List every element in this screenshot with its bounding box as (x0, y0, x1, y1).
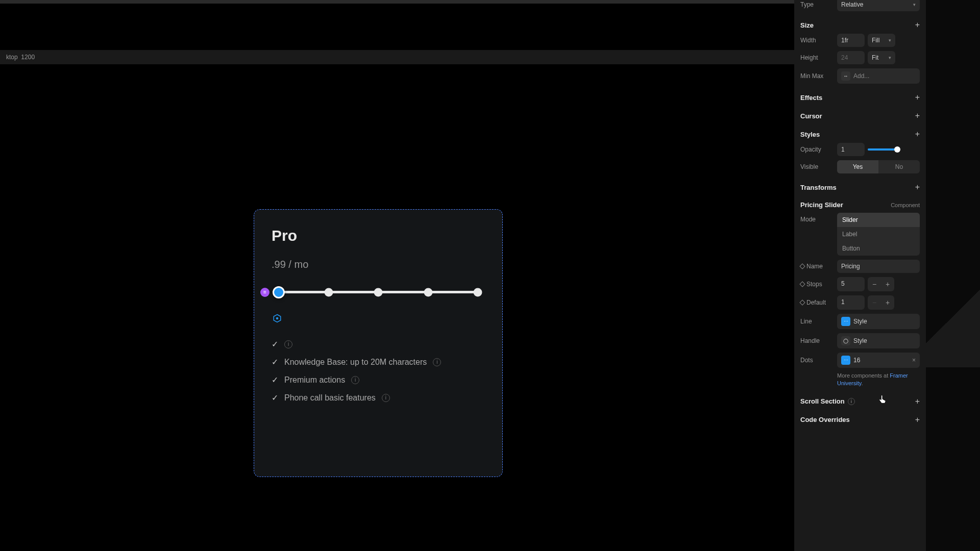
opacity-input[interactable]: 1 (837, 143, 865, 156)
variable-icon (799, 299, 805, 305)
color-swatch-icon: ⋯ (841, 356, 850, 365)
info-icon[interactable]: i (848, 398, 855, 405)
opacity-slider[interactable] (868, 148, 898, 151)
pricing-card[interactable]: Pro .99 / mo ≡ ✓ i ✓ Knowledge Bas (254, 209, 503, 477)
chevron-down-icon: ▾ (889, 38, 891, 43)
width-mode-select[interactable]: Fill▾ (868, 34, 895, 47)
minmax-icon: ↔ (841, 71, 850, 81)
component-badge-icon: ≡ (260, 288, 270, 297)
pricing-slider-section-title: Pricing Slider (800, 201, 843, 209)
feature-text: Phone call basic features (284, 393, 376, 403)
breakpoint-size: 1200 (21, 54, 35, 61)
height-label: Height (800, 54, 833, 61)
check-icon: ✓ (272, 357, 278, 367)
check-icon: ✓ (272, 393, 278, 403)
width-label: Width (800, 37, 833, 44)
breakpoint-device: ktop (6, 54, 18, 61)
feature-row: ✓ Phone call basic features i (272, 393, 485, 403)
stops-decrement-button[interactable]: − (868, 277, 881, 291)
visible-no-button[interactable]: No (878, 160, 920, 173)
cursor-section-title: Cursor (800, 112, 822, 120)
line-label: Line (800, 318, 833, 325)
variable-icon (799, 263, 805, 269)
stops-increment-button[interactable]: + (881, 277, 894, 291)
add-effects-button[interactable]: + (915, 93, 920, 102)
chevron-down-icon: ▾ (889, 55, 891, 60)
add-cursor-button[interactable]: + (915, 111, 920, 120)
default-increment-button[interactable]: + (881, 295, 894, 310)
visible-yes-button[interactable]: Yes (837, 160, 878, 173)
mode-select[interactable]: Slider Label Button (837, 213, 920, 256)
feature-text: Knowledge Base: up to 20M characters (284, 358, 427, 367)
pricing-slider[interactable]: ≡ (272, 291, 485, 293)
stops-stepper[interactable]: − + (868, 277, 894, 291)
feature-row: ✓ Knowledge Base: up to 20M characters i (272, 357, 485, 367)
default-input[interactable]: 1 (837, 295, 865, 310)
pricing-card-title: Pro (272, 227, 485, 244)
stops-label: Stops (800, 281, 833, 288)
slider-stop (324, 288, 333, 296)
add-scroll-section-button[interactable]: + (915, 397, 920, 406)
size-section-title: Size (800, 21, 814, 29)
effects-section-title: Effects (800, 94, 822, 102)
default-decrement-button[interactable]: − (868, 295, 881, 310)
mode-option-slider[interactable]: Slider (837, 213, 920, 227)
chevron-down-icon: ▾ (913, 2, 916, 7)
add-transforms-button[interactable]: + (915, 183, 920, 192)
position-type-select[interactable]: Relative ▾ (837, 0, 920, 11)
opacity-label: Opacity (800, 146, 833, 153)
name-input[interactable]: Pricing (837, 260, 920, 273)
dots-input[interactable]: ⋯16 × (837, 353, 920, 368)
name-label: Name (800, 263, 833, 270)
clear-dots-button[interactable]: × (912, 357, 916, 364)
visible-label: Visible (800, 163, 833, 170)
handle-swatch-icon: ◯ (841, 336, 850, 345)
info-icon[interactable]: i (433, 358, 441, 366)
svg-point-1 (276, 317, 279, 320)
settings-hex-icon[interactable] (273, 314, 282, 323)
info-icon[interactable]: i (351, 376, 359, 384)
handle-label: Handle (800, 337, 833, 344)
pricing-card-price: .99 / mo (272, 259, 485, 270)
dots-label: Dots (800, 357, 833, 364)
position-type-label: Type (800, 1, 833, 8)
slider-stop (474, 288, 482, 296)
feature-row: ✓ Premium actions i (272, 375, 485, 385)
feature-text: Premium actions (284, 375, 345, 385)
height-mode-select[interactable]: Fit▾ (868, 51, 895, 64)
mode-option-label[interactable]: Label (837, 227, 920, 241)
minmax-button[interactable]: ↔Add... (837, 68, 920, 84)
default-stepper[interactable]: − + (868, 295, 894, 310)
default-label: Default (800, 299, 833, 306)
height-input[interactable]: 24 (837, 51, 865, 64)
transforms-section-title: Transforms (800, 184, 837, 191)
code-overrides-title: Code Overrides (800, 416, 850, 423)
add-code-overrides-button[interactable]: + (915, 415, 920, 424)
slider-track (279, 291, 478, 293)
right-gutter (926, 0, 980, 551)
add-styles-button[interactable]: + (915, 130, 920, 139)
slider-stop (424, 288, 432, 296)
visible-toggle[interactable]: Yes No (837, 160, 920, 173)
component-tag: Component (891, 202, 920, 208)
decorative-shape (926, 265, 980, 367)
info-icon[interactable]: i (382, 394, 390, 402)
slider-handle[interactable] (273, 286, 285, 298)
handle-style-button[interactable]: ◯Style (837, 333, 920, 348)
info-icon[interactable]: i (284, 340, 292, 348)
component-note: More components at Framer University. (837, 372, 920, 388)
feature-row: ✓ i (272, 339, 485, 349)
check-icon: ✓ (272, 339, 278, 349)
slider-stop (374, 288, 383, 296)
width-input[interactable]: 1fr (837, 34, 865, 47)
stops-input[interactable]: 5 (837, 277, 865, 291)
feature-list: ✓ i ✓ Knowledge Base: up to 20M characte… (272, 339, 485, 403)
check-icon: ✓ (272, 375, 278, 385)
mode-label: Mode (800, 213, 833, 223)
line-style-button[interactable]: ⋯Style (837, 314, 920, 329)
add-size-button[interactable]: + (915, 20, 920, 30)
inspector-panel: Type Relative ▾ Size + Width 1fr Fill▾ H… (794, 0, 926, 551)
mode-option-button[interactable]: Button (837, 241, 920, 256)
scroll-section-title: Scroll Section i (800, 397, 855, 405)
minmax-label: Min Max (800, 72, 833, 80)
